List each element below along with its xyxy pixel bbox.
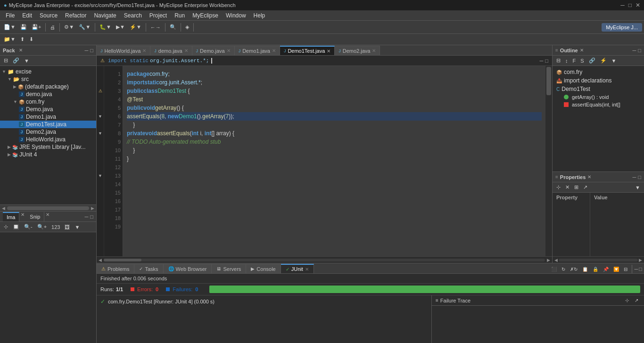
outline-hscroll[interactable]: ◀ ▶ (553, 256, 644, 263)
tree-item-demo2[interactable]: J Demo2.java (0, 128, 96, 136)
menu-window[interactable]: Window (222, 11, 250, 20)
package-explorer-tab[interactable]: Pack (3, 48, 15, 53)
junit-test-item[interactable]: ✓ com.fry.Demo1Test [Runner: JUnit 4] (0… (99, 297, 429, 306)
collapse-btn[interactable]: ⊟ (622, 266, 629, 273)
tab-close-btn[interactable]: ✕ (372, 48, 376, 53)
close-ima-icon[interactable]: ✕ (19, 212, 26, 221)
tab-Demo1[interactable]: J Demo1.java ✕ (235, 46, 280, 55)
tab-image[interactable]: Ima (3, 212, 19, 221)
tab-close-btn[interactable]: ✕ (272, 48, 276, 53)
props-btn4[interactable]: ↗ (581, 183, 589, 191)
scroll-left-btn[interactable]: ◀ (2, 206, 5, 211)
lbp-btn4[interactable]: 🔍+ (35, 223, 49, 231)
rscroll-left-btn[interactable]: ◀ (554, 258, 558, 262)
vscroll-thumb[interactable] (546, 67, 551, 95)
maximize-outline-btn[interactable]: □ (638, 48, 641, 53)
save-btn[interactable]: 💾 (18, 23, 29, 31)
menu-file[interactable]: File (2, 11, 18, 20)
trace-btn2[interactable]: ↗ (633, 297, 640, 304)
properties-tab[interactable]: Properties (560, 174, 586, 180)
menu-source[interactable]: Source (36, 11, 61, 20)
menu-refactor[interactable]: Refactor (61, 11, 90, 20)
outline-item-imports[interactable]: 📥 import declarations (553, 76, 644, 85)
minimize-window-btn[interactable]: ─ (620, 2, 625, 8)
lbp-menu-btn[interactable]: ▼ (73, 223, 82, 231)
link-with-editor-btn[interactable]: 🔗 (11, 57, 21, 65)
outline-item-assertequals[interactable]: assertEquals(int, int[] (553, 101, 644, 108)
maximize-window-btn[interactable]: □ (628, 2, 632, 8)
lbp-btn1[interactable]: ⊹ (2, 223, 10, 231)
menu-help[interactable]: Help (250, 11, 269, 20)
tab-console[interactable]: ▶ Console (246, 264, 281, 273)
editor-vscroll[interactable] (545, 66, 552, 256)
outline-item-class[interactable]: C Demo1Test (553, 85, 644, 93)
rscroll-track[interactable] (559, 259, 638, 261)
scroll-lock-btn[interactable]: 🔒 (591, 266, 600, 273)
package-explorer-hscroll[interactable]: ◀ ▶ (0, 204, 96, 211)
tab-close-btn[interactable]: ✕ (327, 49, 330, 54)
menu-search[interactable]: Search (120, 11, 146, 20)
collapse-all-btn[interactable]: ⊟ (2, 57, 10, 65)
tree-item-excise[interactable]: ▼ 📁 excise (0, 68, 96, 75)
rscroll-right-btn[interactable]: ▶ (639, 258, 642, 262)
hscroll-thumb[interactable] (104, 259, 141, 261)
tab-demo[interactable]: J demo.java ✕ (150, 46, 192, 55)
menu-navigate[interactable]: Navigate (90, 11, 120, 20)
stop-btn[interactable]: ⬛ (549, 266, 559, 273)
tab-problems[interactable]: ⚠ Problems (97, 264, 134, 273)
props-btn1[interactable]: ⊹ (554, 183, 562, 191)
outline-tab[interactable]: Outline (560, 48, 578, 53)
myeclipse-btn[interactable]: MyEclipse J... (602, 23, 642, 32)
close-outline-icon[interactable]: ✕ (580, 48, 584, 53)
tree-item-helloworld[interactable]: J HelloWorld.java (0, 136, 96, 143)
scroll-left-btn[interactable]: ◀ (99, 258, 102, 262)
hscroll-track[interactable] (104, 259, 545, 261)
outline-hide-fields-btn[interactable]: F (571, 57, 578, 65)
tree-item-demo1[interactable]: J Demo1.java (0, 113, 96, 121)
tab-Demo2[interactable]: J Demo2.java ✕ (335, 46, 380, 55)
tab-junit-close[interactable]: ✕ (305, 267, 309, 272)
code-content[interactable]: package com.fry; import static org.junit… (123, 66, 545, 256)
perspective-btn[interactable]: ◈ (183, 23, 191, 31)
outline-collapse-btn[interactable]: ⊟ (554, 57, 562, 65)
minimize-outline-btn[interactable]: ─ (633, 48, 636, 53)
print-btn[interactable]: 🖨 (48, 24, 57, 31)
trace-btn1[interactable]: ⊹ (623, 297, 631, 304)
run2-btn[interactable]: ⚡▼ (128, 23, 143, 31)
close-window-btn[interactable]: ✕ (636, 2, 640, 8)
tree-item-jre[interactable]: ▶ 📚 JRE System Library [Jav... (0, 143, 96, 151)
lbp-btn3[interactable]: 🔍- (22, 223, 34, 231)
rerun-btn[interactable]: ↻ (560, 266, 567, 273)
tree-item-junit[interactable]: ▶ 📚 JUnit 4 (0, 151, 96, 158)
close-props-icon[interactable]: ✕ (587, 174, 591, 180)
close-pack-icon[interactable]: ✕ (19, 48, 23, 53)
scroll-right-btn[interactable]: ▶ (91, 206, 94, 211)
props-menu-btn[interactable]: ▼ (633, 184, 642, 191)
save-all-btn[interactable]: 💾+ (30, 23, 43, 31)
pin-btn[interactable]: 📌 (601, 266, 611, 273)
tab-tasks[interactable]: ✓ Tasks (134, 264, 163, 273)
history-btn[interactable]: 📋 (580, 266, 590, 273)
maximize-bottom-btn[interactable]: □ (639, 266, 642, 272)
tree-item-comfry[interactable]: ▼ 📦 com.fry (0, 98, 96, 106)
gutter-collapse[interactable]: ▼ (97, 112, 104, 121)
tree-item-demo[interactable]: J Demo.java (0, 106, 96, 113)
filter-btn[interactable]: 🔽 (611, 266, 621, 273)
gutter-collapse[interactable]: ▼ (97, 172, 104, 180)
title-bar-controls[interactable]: ─ □ ✕ (620, 2, 640, 8)
close-snip-icon[interactable]: ✕ (44, 212, 51, 221)
minimize-props-btn[interactable]: ─ (633, 174, 636, 180)
tab-Demo[interactable]: J Demo.java ✕ (192, 46, 235, 55)
tab-Demo1Test[interactable]: J Demo1Test.java ✕ (280, 46, 335, 55)
outline-sync-btn[interactable]: 🔗 (587, 57, 597, 65)
outline-hide-static-btn[interactable]: S (578, 57, 586, 65)
gutter-collapse[interactable]: ▼ (97, 129, 104, 138)
tab-webbrowser[interactable]: 🌐 Web Browser (164, 264, 212, 273)
maximize-props-btn[interactable]: □ (638, 174, 641, 180)
tab-close-btn[interactable]: ✕ (227, 48, 231, 53)
tab-close-btn[interactable]: ✕ (184, 48, 188, 53)
minimize-lbp-btn[interactable]: ─ (85, 214, 89, 220)
tab-helloworld[interactable]: J HelloWorld.java ✕ (97, 46, 150, 55)
outline-sort-btn[interactable]: ↕ (563, 57, 570, 65)
hscroll-thumb[interactable] (7, 206, 89, 210)
